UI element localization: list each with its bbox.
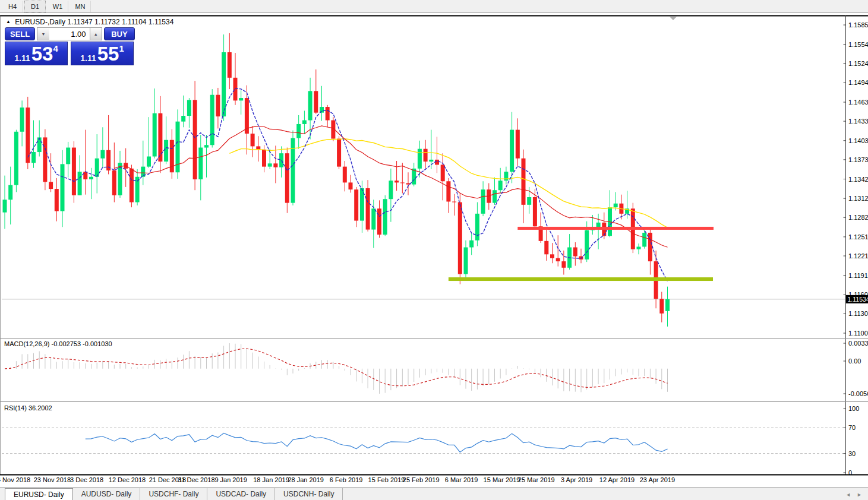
rsi-line: [86, 433, 668, 452]
candle-body: [251, 134, 255, 146]
candle-body: [31, 152, 36, 163]
candle-body: [475, 214, 479, 240]
price-tick-label: 1.12820: [848, 214, 868, 221]
candle-body: [343, 167, 347, 183]
candle-body: [458, 202, 462, 274]
date-tick-label: 6 Feb 2019: [330, 476, 363, 483]
price-tick-label: 1.11305: [848, 310, 868, 317]
sell-price-panel[interactable]: 1.11 53 4: [5, 42, 68, 65]
candle-body: [556, 258, 560, 261]
candle-body: [354, 189, 358, 220]
candle-body: [204, 145, 209, 147]
candle-body: [49, 182, 53, 189]
candle-body: [291, 138, 295, 202]
candle-body: [527, 197, 531, 205]
candle-body: [371, 208, 375, 229]
sell-button[interactable]: SELL: [5, 27, 35, 40]
candle-body: [544, 241, 548, 254]
price-tick-label: 1.13730: [848, 156, 868, 163]
candle-body: [95, 159, 99, 177]
buy-price-big: 55: [97, 45, 119, 63]
support-line[interactable]: [449, 277, 713, 281]
candle-body: [561, 261, 566, 268]
symbol-name: EURUSD-,Daily: [15, 18, 65, 26]
candle-body: [469, 240, 474, 248]
date-tick-label: 12 Dec 2018: [109, 476, 146, 483]
volume-input[interactable]: [49, 27, 90, 40]
candle-body: [43, 137, 47, 182]
candle-body: [665, 299, 670, 311]
candlestick-series: [3, 33, 670, 327]
candle-body: [216, 95, 220, 116]
chart-frame: [0, 15, 868, 475]
candle-body: [72, 148, 76, 195]
candle-body: [285, 153, 289, 202]
chart-title: ▲ EURUSD-,Daily 1.11347 1.11732 1.11104 …: [6, 18, 173, 26]
buy-price-sup: 1: [119, 43, 124, 53]
ohlc-values: 1.11347 1.11732 1.11104 1.11534: [67, 18, 173, 26]
candle-body: [181, 116, 185, 122]
candle-body: [8, 185, 12, 200]
candle-body: [262, 150, 266, 167]
candle-body: [228, 52, 232, 78]
candle-body: [377, 208, 381, 235]
candle-body: [164, 140, 168, 162]
price-tick-label: 1.14030: [848, 137, 868, 144]
candle-body: [452, 201, 456, 202]
date-tick-label: 28 Jan 2019: [288, 476, 324, 483]
rsi-scale-label: 100: [848, 405, 859, 412]
candle-body: [3, 200, 7, 212]
rsi-scale-label: 30: [848, 450, 856, 457]
macd-pane: 0.0033830.00-0.005663: [5, 340, 868, 397]
buy-button[interactable]: BUY: [104, 27, 135, 40]
candle-body: [153, 113, 157, 157]
candle-body: [233, 78, 238, 101]
date-tick-label: 25 Mar 2019: [518, 476, 555, 483]
candle-body: [493, 190, 497, 202]
date-tick-label: 6 Mar 2019: [445, 476, 478, 483]
buy-price-panel[interactable]: 1.11 55 1: [71, 42, 134, 65]
sell-price-sup: 4: [53, 43, 58, 53]
candle-body: [424, 149, 428, 162]
date-tick-label: 15 Feb 2019: [368, 476, 405, 483]
date-tick-label: 3 Dec 2018: [70, 476, 103, 483]
candle-body: [20, 107, 24, 132]
candle-body: [441, 164, 445, 181]
date-tick-label: 14 Nov 2018: [0, 476, 30, 483]
candle-body: [308, 91, 313, 120]
candle-body: [14, 132, 18, 185]
price-tick-label: 1.12215: [848, 252, 868, 260]
candle-body: [642, 233, 646, 247]
price-tick-label: 1.15245: [848, 60, 868, 67]
candle-body: [498, 181, 503, 190]
macd-scale-label: 0.00: [848, 357, 861, 365]
volume-decrease-button[interactable]: ▼: [37, 27, 49, 40]
date-tick-label: 18 Jan 2019: [253, 476, 289, 483]
candle-body: [659, 299, 664, 314]
candle-body: [210, 95, 214, 145]
candle-body: [268, 163, 272, 166]
price-tick-label: 1.15850: [848, 21, 868, 29]
candle-body: [112, 170, 116, 195]
candle-body: [302, 121, 307, 124]
candle-body: [222, 52, 226, 116]
date-tick-label: 9 Jan 2019: [214, 476, 247, 483]
macd-scale-label: -0.005663: [848, 390, 868, 397]
candle-body: [89, 177, 93, 179]
candle-body: [239, 98, 243, 100]
candle-body: [648, 233, 652, 261]
resistance-line[interactable]: [517, 227, 714, 230]
price-tick-label: 1.14940: [848, 79, 868, 86]
volume-increase-button[interactable]: ▲: [90, 27, 102, 40]
date-tick-label: 23 Apr 2019: [640, 476, 675, 483]
candle-body: [256, 146, 260, 149]
candle-body: [510, 130, 514, 172]
time-axis: 14 Nov 201823 Nov 20183 Dec 201812 Dec 2…: [0, 476, 675, 483]
candle-body: [394, 181, 399, 182]
candle-body: [533, 197, 537, 226]
price-tick-label: 1.13425: [848, 176, 868, 183]
candle-body: [516, 130, 520, 159]
candle-body: [66, 148, 70, 164]
chart-canvas[interactable]: 1.158501.155451.152451.149401.146351.143…: [0, 0, 868, 500]
candle-body: [130, 169, 134, 202]
